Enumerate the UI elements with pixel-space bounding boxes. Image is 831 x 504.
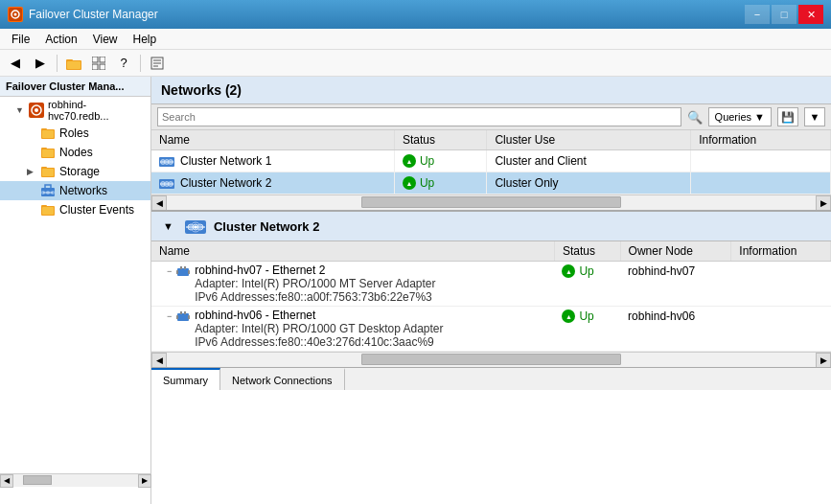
networks-table-container: Name Status Cluster Use Information: [151, 130, 831, 195]
adapter2-info: [731, 307, 831, 352]
app-title: Failover Cluster Manager: [29, 8, 158, 21]
queries-button[interactable]: Queries ▼: [708, 107, 772, 126]
table-row[interactable]: − robhind-hv06 - E: [151, 307, 831, 352]
adapter2-icon: [175, 309, 191, 325]
networks-icon: [40, 183, 56, 198]
hscroll-right[interactable]: ▶: [816, 195, 831, 211]
svg-rect-8: [92, 64, 98, 70]
search-input[interactable]: [157, 107, 681, 126]
svg-rect-6: [92, 57, 98, 62]
adapter1-status: Up: [554, 262, 620, 307]
sidebar-item-cluster[interactable]: ▼ robhind-hvc70.redb...: [0, 97, 150, 124]
svg-rect-61: [188, 315, 190, 319]
table-row[interactable]: − robhind-hv07 - E: [151, 262, 831, 307]
net1-cluster-use: Cluster and Client: [487, 150, 691, 172]
forward-button[interactable]: ▶: [29, 53, 52, 74]
back-button[interactable]: ◀: [4, 53, 27, 74]
hscroll-left[interactable]: ◀: [151, 195, 167, 211]
sidebar-header: Failover Cluster Mana...: [0, 77, 150, 97]
properties-button[interactable]: [146, 53, 169, 74]
sidebar-item-networks[interactable]: Networks: [0, 181, 150, 200]
svg-point-2: [14, 13, 17, 16]
svg-point-16: [35, 108, 38, 112]
hscroll-track: [167, 195, 816, 210]
adapter1-ipv6: IPv6 Addresses:fe80::a00f:7563:73b6:22e7…: [195, 290, 435, 304]
toolbar-sep-2: [140, 55, 141, 72]
storage-arrow: ▶: [27, 167, 36, 176]
expand-arrow: ▼: [15, 105, 25, 115]
menu-help[interactable]: Help: [126, 29, 165, 49]
storage-label: Storage: [59, 165, 100, 178]
adapter-col-info: Information: [731, 241, 831, 262]
adapter1-owner: robhind-hv07: [620, 262, 731, 307]
svg-rect-60: [176, 315, 178, 319]
nodes-label: Nodes: [59, 146, 93, 159]
adapter-col-owner: Owner Node: [620, 241, 731, 262]
svg-rect-25: [42, 169, 54, 176]
table-row[interactable]: Cluster Network 1 Up Cluster and Client: [151, 150, 831, 172]
menu-file[interactable]: File: [4, 29, 37, 49]
tab-network-connections[interactable]: Network Connections: [220, 368, 345, 390]
sidebar: Failover Cluster Mana... ▼ robhind-hvc70…: [0, 77, 151, 504]
maximize-button[interactable]: □: [772, 5, 796, 24]
net2-status: Up: [394, 172, 487, 195]
dropdown-button[interactable]: ▼: [804, 107, 825, 126]
app-icon: [8, 7, 23, 22]
bottom-tabs: Summary Network Connections: [151, 367, 831, 390]
hscroll-thumb: [361, 196, 621, 208]
svg-rect-59: [184, 311, 186, 314]
bottom-network-header: ▼ Cluster Network 2: [151, 212, 831, 241]
collapse-button[interactable]: ▼: [159, 220, 177, 232]
toolbar: ◀ ▶ ?: [0, 50, 831, 77]
adapter1-info: [731, 262, 831, 307]
sidebar-scroll-left[interactable]: ◀: [0, 474, 13, 488]
svg-point-51: [194, 226, 196, 229]
svg-rect-5: [67, 61, 81, 69]
adapter2-hostname: robhind-hv06 - Ethernet: [195, 309, 443, 322]
net1-icon: [159, 153, 174, 169]
adapter1-name: − robhind-hv07 - E: [151, 262, 554, 307]
sidebar-hscroll[interactable]: ◀ ▶: [0, 473, 151, 487]
cluster-events-icon: [40, 202, 56, 218]
svg-rect-34: [42, 207, 54, 215]
tab-summary[interactable]: Summary: [151, 368, 220, 390]
svg-rect-27: [45, 185, 51, 190]
svg-rect-57: [177, 313, 189, 321]
bottom-hscroll-left[interactable]: ◀: [151, 353, 167, 368]
close-button[interactable]: ✕: [798, 5, 823, 24]
menu-action[interactable]: Action: [37, 29, 84, 49]
roles-icon: [40, 126, 56, 141]
table-row[interactable]: Cluster Network 2 Up Cluster Only: [151, 172, 831, 195]
bottom-hscroll-track: [167, 353, 816, 367]
net1-status: Up: [394, 150, 487, 172]
bottom-hscroll-right[interactable]: ▶: [816, 353, 831, 368]
sidebar-item-nodes[interactable]: Nodes: [0, 143, 150, 162]
help-button[interactable]: ?: [112, 53, 135, 74]
networks-table-header: Name Status Cluster Use Information: [151, 130, 831, 150]
sidebar-item-storage[interactable]: ▶ Storage: [0, 162, 150, 181]
content-header: Networks (2): [151, 77, 831, 104]
save-query-button[interactable]: 💾: [777, 107, 798, 126]
sidebar-scroll-right[interactable]: ▶: [138, 474, 151, 488]
svg-rect-55: [176, 270, 178, 274]
folder-button[interactable]: [62, 53, 85, 74]
bottom-section: ▼ Cluster Network 2 Name: [151, 210, 831, 367]
net1-info: [691, 150, 831, 172]
sidebar-item-roles[interactable]: Roles: [0, 124, 150, 143]
cluster-icon: [29, 103, 44, 118]
svg-rect-19: [42, 130, 54, 138]
grid-button[interactable]: [87, 53, 110, 74]
minimize-button[interactable]: −: [745, 5, 770, 24]
adapters-table: Name Status Owner Node Information −: [151, 241, 831, 352]
menu-view[interactable]: View: [85, 29, 126, 49]
title-bar: Failover Cluster Manager − □ ✕: [0, 0, 831, 29]
networks-table: Name Status Cluster Use Information: [151, 130, 831, 195]
net2-cluster-use: Cluster Only: [487, 172, 691, 195]
networks-label: Networks: [59, 184, 107, 197]
adapter2-status: Up: [554, 307, 620, 352]
adapter1-details: robhind-hv07 - Ethernet 2 Adapter: Intel…: [195, 263, 435, 304]
bottom-hscroll[interactable]: ◀ ▶: [151, 352, 831, 367]
sidebar-item-cluster-events[interactable]: Cluster Events: [0, 200, 150, 219]
top-hscroll[interactable]: ◀ ▶: [151, 195, 831, 210]
adapters-container: Name Status Owner Node Information −: [151, 241, 831, 352]
